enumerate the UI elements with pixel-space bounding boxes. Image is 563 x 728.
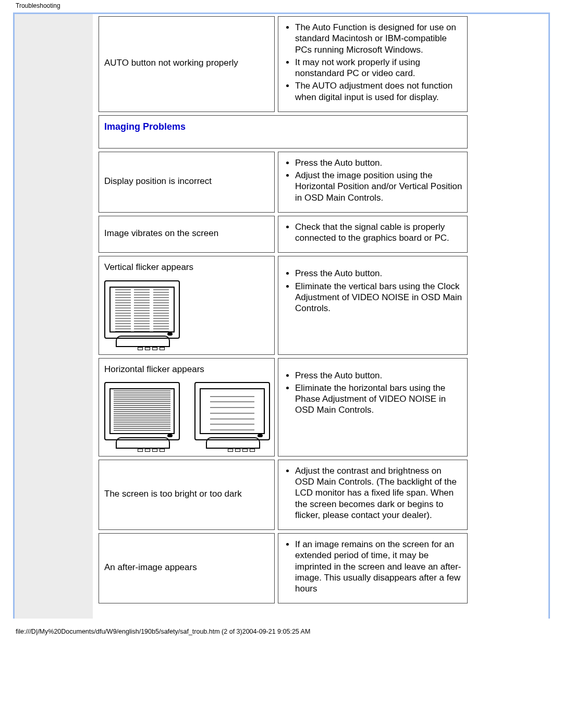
solution-cell: Check that the signal cable is properly … [278, 216, 468, 253]
solution-cell: Press the Auto button. Eliminate the hor… [278, 358, 468, 456]
solution-cell: Press the Auto button. Eliminate the ver… [278, 256, 468, 354]
section-header: Imaging Problems [104, 121, 186, 132]
page-title: Troubleshooting [0, 0, 563, 11]
solution-item: Eliminate the vertical bars using the Cl… [295, 281, 463, 314]
solution-item: The Auto Function is designed for use on… [295, 22, 463, 55]
solution-item: Press the Auto button. [295, 370, 463, 381]
solution-item: It may not work properly if using nonsta… [295, 57, 463, 79]
problem-cell: An after-image appears [99, 533, 275, 603]
solution-item: Adjust the image position using the Hori… [295, 170, 463, 203]
solution-cell: If an image remains on the screen for an… [278, 533, 468, 603]
solution-item: Eliminate the horizontal bars using the … [295, 382, 463, 416]
problem-cell: Display position is incorrect [99, 152, 275, 213]
vertical-flicker-icon [111, 288, 174, 332]
solution-cell: Press the Auto button. Adjust the image … [278, 152, 468, 213]
problem-text: Image vibrates on the screen [104, 228, 218, 238]
table-row: Vertical flicker appears [99, 256, 468, 354]
table-row: Horizontal flicker appears [99, 358, 468, 456]
troubleshoot-table: AUTO button not working properly The Aut… [95, 13, 471, 607]
illustration-row [104, 280, 270, 347]
problem-text: Horizontal flicker appears [104, 364, 204, 374]
table-row: An after-image appears If an image remai… [99, 533, 468, 603]
section-header-cell: Imaging Problems [99, 115, 468, 149]
monitor-illustration [194, 382, 270, 449]
illustration-row [104, 382, 270, 449]
problem-cell: Horizontal flicker appears [99, 358, 275, 456]
problem-cell: AUTO button not working properly [99, 16, 275, 112]
solution-item: If an image remains on the screen for an… [295, 539, 463, 594]
table-row: Display position is incorrect Press the … [99, 152, 468, 213]
problem-cell: Image vibrates on the screen [99, 216, 275, 253]
table-row: Image vibrates on the screen Check that … [99, 216, 468, 253]
footer-path: file:///D|/My%20Documents/dfu/W9/english… [0, 619, 563, 635]
horizontal-flicker-dense-icon [114, 390, 170, 432]
solution-item: Press the Auto button. [295, 268, 463, 279]
horizontal-flicker-sparse-icon [201, 389, 264, 434]
sidebar [15, 14, 93, 619]
solution-cell: The Auto Function is designed for use on… [278, 16, 468, 112]
problem-text: The screen is too bright or too dark [104, 489, 242, 499]
table-row: The screen is too bright or too dark Adj… [99, 460, 468, 530]
troubleshoot-content: AUTO button not working properly The Aut… [95, 14, 543, 607]
solution-item: Press the Auto button. [295, 157, 463, 168]
problem-cell: The screen is too bright or too dark [99, 460, 275, 530]
solution-item: Adjust the contrast and brightness on OS… [295, 465, 463, 521]
problem-text: An after-image appears [104, 562, 197, 572]
problem-text: Display position is incorrect [104, 176, 212, 186]
problem-cell: Vertical flicker appears [99, 256, 275, 354]
problem-text: Vertical flicker appears [104, 262, 193, 272]
problem-text: AUTO button not working properly [104, 58, 238, 68]
table-section-row: Imaging Problems [99, 115, 468, 149]
monitor-illustration [104, 382, 180, 449]
monitor-illustration [104, 280, 180, 347]
solution-cell: Adjust the contrast and brightness on OS… [278, 460, 468, 530]
solution-item: The AUTO adjustment does not function wh… [295, 80, 463, 103]
content-frame: AUTO button not working properly The Aut… [13, 13, 550, 619]
solution-item: Check that the signal cable is properly … [295, 221, 463, 244]
table-row: AUTO button not working properly The Aut… [99, 16, 468, 112]
